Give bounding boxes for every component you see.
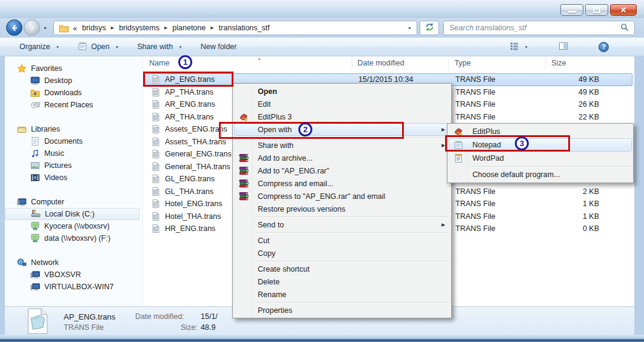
sidebar-item-virtualbox-win7[interactable]: VIRTUALBOX-WIN7: [5, 281, 143, 293]
forward-arrow-icon: [27, 23, 37, 33]
breadcrumb-item-bridsys[interactable]: bridsys: [82, 24, 106, 32]
refresh-icon: [425, 22, 434, 33]
sidebar-item-recent-places[interactable]: Recent Places: [5, 99, 143, 111]
sidebar-group-label: Network: [31, 258, 59, 267]
sidebar-item-desktop[interactable]: Desktop: [5, 75, 143, 87]
context-menu-item-share-with[interactable]: Share with▶: [234, 139, 450, 152]
history-dropdown-icon[interactable]: ▼: [43, 26, 47, 30]
context-menu-separator: [254, 232, 449, 233]
context-menu-item-copy[interactable]: Copy: [234, 247, 450, 260]
submenu-arrow-icon: ▶: [441, 127, 445, 132]
open-with-item-label: WordPad: [472, 154, 504, 163]
transfile-icon: [151, 199, 161, 209]
details-file-name: AP_ENG.trans: [64, 312, 115, 321]
context-menu-item-editplus-3[interactable]: EditPlus 3: [234, 110, 450, 123]
breadcrumb-separator-icon[interactable]: ▶: [164, 25, 167, 30]
navigation-pane: FavoritesDesktopDownloadsRecent PlacesLi…: [5, 56, 143, 306]
sort-ascending-icon[interactable]: ▲: [257, 56, 261, 61]
context-menu-item-open[interactable]: Open: [234, 85, 450, 98]
breadcrumb-item-translations-stf[interactable]: translations_stf: [219, 24, 270, 32]
breadcrumb-separator-icon[interactable]: ▶: [111, 25, 114, 30]
sidebar-item-vboxsvr[interactable]: VBOXSVR: [5, 269, 143, 281]
open-button[interactable]: Open ▼: [78, 41, 119, 53]
dropdown-icon: ▼: [178, 45, 182, 49]
sidebar-item-kyocera-vboxsrv[interactable]: Kyocera (\\vboxsrv): [5, 220, 143, 232]
titlebar[interactable]: ×: [0, 0, 644, 18]
sidebar-item-music[interactable]: Music: [5, 147, 143, 159]
sidebar-group-header-favorites[interactable]: Favorites: [5, 62, 143, 75]
context-menu-item-add-to-ap-eng-rar[interactable]: Add to "AP_ENG.rar": [234, 164, 450, 177]
help-button[interactable]: ?: [599, 42, 609, 52]
sidebar-item-local-disk-c[interactable]: Local Disk (C:): [5, 208, 139, 220]
context-menu-item-compress-and-email[interactable]: Compress and email...: [234, 177, 450, 190]
transfile-icon: [151, 149, 161, 159]
context-menu-item-restore-previous-versions[interactable]: Restore previous versions: [234, 203, 450, 215]
sidebar-item-videos[interactable]: Videos: [5, 172, 143, 184]
sidebar-item-downloads[interactable]: Downloads: [5, 87, 143, 99]
open-with-item-choose-default-program[interactable]: Choose default program...: [449, 168, 632, 181]
context-menu-item-label: Open: [258, 87, 277, 96]
column-header-name[interactable]: Name: [143, 56, 352, 69]
preview-pane-button[interactable]: [558, 41, 568, 53]
address-bar[interactable]: « bridsys ▶ bridsystems ▶ planetone ▶ tr…: [53, 21, 417, 35]
context-menu-item-label: Add to archive...: [258, 154, 312, 163]
organize-button[interactable]: Organize ▼: [19, 42, 59, 51]
folder-icon: [59, 24, 73, 33]
context-menu-item-compress-to-ap-eng-rar-and-email[interactable]: Compress to "AP_ENG.rar" and email: [234, 190, 450, 203]
context-menu-item-rename[interactable]: Rename: [234, 288, 450, 301]
context-menu-item-add-to-archive[interactable]: Add to archive...: [234, 152, 450, 164]
sidebar-group-header-computer[interactable]: Computer: [5, 196, 143, 208]
sidebar-item-documents[interactable]: Documents: [5, 135, 143, 147]
transfile-icon: [151, 187, 161, 196]
sidebar-group-header-network[interactable]: Network: [5, 256, 143, 269]
minimize-button[interactable]: [560, 4, 583, 16]
context-menu-item-cut[interactable]: Cut: [234, 234, 450, 247]
close-button[interactable]: ×: [610, 4, 637, 16]
editplus-icon: [235, 112, 253, 122]
context-menu-item-delete[interactable]: Delete: [234, 275, 450, 288]
breadcrumb-overflow[interactable]: «: [73, 24, 77, 33]
context-menu-separator: [254, 261, 449, 261]
open-with-item-wordpad[interactable]: WordPad: [449, 152, 632, 165]
search-icon[interactable]: [620, 23, 629, 33]
column-header-type[interactable]: Type: [449, 56, 546, 69]
winrar-icon: [235, 166, 253, 176]
breadcrumb-item-bridsystems[interactable]: bridsystems: [119, 24, 159, 32]
context-menu-item-create-shortcut[interactable]: Create shortcut: [234, 263, 450, 275]
sidebar-item-pictures[interactable]: Pictures: [5, 159, 143, 172]
transfile-icon: [151, 112, 161, 122]
address-dropdown-icon[interactable]: ▼: [408, 26, 412, 30]
column-header-date-modified[interactable]: Date modified: [352, 56, 449, 69]
new-folder-button[interactable]: New folder: [201, 42, 237, 51]
column-header-size[interactable]: Size: [546, 56, 634, 69]
navigation-bar: ▼ « bridsys ▶ bridsystems ▶ planetone ▶ …: [0, 18, 644, 38]
sidebar-item-label: Music: [44, 149, 64, 158]
breadcrumb-separator-icon[interactable]: ▶: [210, 25, 213, 30]
maximize-button[interactable]: [585, 4, 608, 16]
sidebar-group-header-libraries[interactable]: Libraries: [5, 123, 143, 135]
sidebar-item-label: Desktop: [44, 76, 72, 85]
search-box[interactable]: Search translations_stf: [443, 21, 635, 35]
annotation-step-2: 2: [298, 122, 312, 136]
context-menu-item-label: Send to: [258, 221, 284, 229]
sidebar-item-data-vboxsrv-f[interactable]: data (\\vboxsrv) (F:): [5, 232, 143, 244]
column-label: Type: [454, 59, 471, 67]
organize-label: Organize: [19, 42, 50, 51]
file-name: Hotel_THA.trans: [165, 212, 221, 221]
column-label: Size: [551, 59, 566, 67]
views-button[interactable]: ▼: [509, 41, 528, 53]
desktop-icon: [30, 76, 40, 86]
context-menu-item-edit[interactable]: Edit: [234, 98, 450, 110]
details-size-label: Size:: [181, 323, 198, 332]
refresh-button[interactable]: [420, 21, 439, 35]
context-menu-item-label: Rename: [258, 290, 286, 299]
winrar-icon: [235, 192, 253, 201]
context-menu-item-send-to[interactable]: Send to▶: [234, 218, 450, 231]
share-with-button[interactable]: Share with ▼: [137, 42, 183, 51]
forward-button[interactable]: [24, 19, 40, 36]
back-button[interactable]: [6, 19, 22, 36]
breadcrumb-item-planetone[interactable]: planetone: [172, 24, 206, 32]
open-with-submenu: EditPlusNotepadWordPadChoose default pro…: [447, 123, 634, 183]
context-menu-item-properties[interactable]: Properties: [234, 304, 450, 317]
sidebar-item-label: VIRTUALBOX-WIN7: [44, 283, 113, 291]
